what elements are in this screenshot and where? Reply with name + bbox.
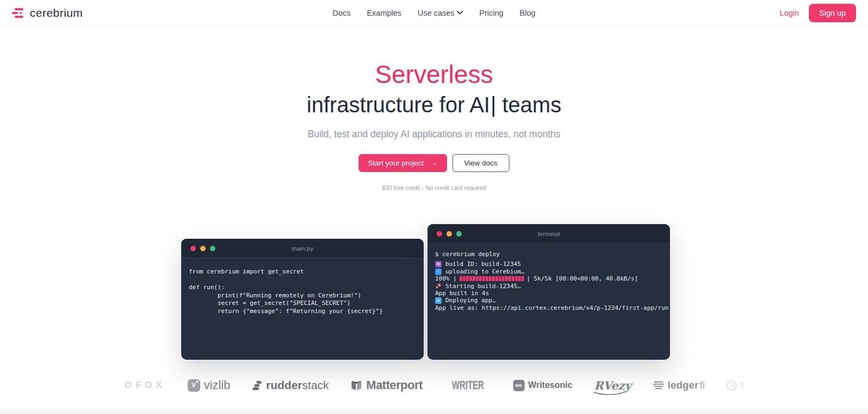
code-line: def run(): bbox=[189, 284, 416, 292]
terminal-text: Starting build-12345… bbox=[445, 283, 521, 290]
next-section-edge bbox=[0, 411, 868, 414]
editor-window-title: main.py bbox=[181, 245, 424, 252]
hero-title-line2: infrastructure for AI| teams bbox=[307, 93, 561, 117]
terminal-line: Starting build-12345… bbox=[435, 283, 662, 290]
id-icon: ID bbox=[435, 261, 442, 267]
login-link[interactable]: Login bbox=[780, 9, 799, 17]
fox-logo: OFOX bbox=[124, 380, 165, 391]
close-dot-icon bbox=[190, 246, 196, 251]
terminal-text: build ID: build-12345 bbox=[445, 260, 521, 267]
code-line: from cerebrium import get_secret bbox=[189, 268, 416, 276]
maximize-dot-icon bbox=[210, 246, 215, 251]
chevron-down-icon bbox=[457, 11, 463, 15]
rocket-icon bbox=[435, 283, 442, 289]
terminal-window-title: terminal bbox=[427, 231, 670, 237]
rvezy-swash bbox=[593, 391, 627, 395]
hero-subtitle: Build, test and deploy AI applications i… bbox=[308, 129, 560, 140]
ledgerfi-logo: ledgerfi bbox=[653, 379, 705, 391]
window-traffic-lights bbox=[437, 231, 462, 237]
nav-examples[interactable]: Examples bbox=[367, 9, 401, 17]
typing-cursor: | bbox=[490, 93, 496, 117]
deploy-icon: » bbox=[435, 297, 442, 304]
terminal-output: $ cerebrium deployIDbuild ID: build-1234… bbox=[427, 244, 670, 319]
terminal-window: terminal $ cerebrium deployIDbuild ID: b… bbox=[427, 224, 670, 360]
terminal-text: | 5k/5k [00:00<00:00, 40.8kB/s] bbox=[527, 275, 638, 282]
view-docs-button[interactable]: View docs bbox=[452, 154, 509, 172]
writesonic-logo: ws Writesonic bbox=[513, 380, 573, 391]
rudderstack-icon bbox=[252, 380, 263, 391]
hero-section: Serverless infrastructure for AI| teams … bbox=[0, 26, 868, 224]
terminal-text: Deploying app… bbox=[445, 297, 496, 304]
upload-icon: ↑ bbox=[435, 269, 442, 275]
hero-title-line2-text: infrastructure for AI bbox=[307, 93, 490, 117]
rudderstack-logo: rudderstack bbox=[252, 379, 329, 392]
brand-name: cerebrium bbox=[30, 7, 83, 20]
start-project-button[interactable]: Start your project→ bbox=[359, 154, 446, 172]
hero-title-line2-post: teams bbox=[496, 93, 561, 117]
terminal-text: uploading to Cerebium… bbox=[445, 268, 525, 275]
ledgerfi-icon bbox=[653, 380, 664, 390]
button-circle-icon bbox=[726, 380, 737, 391]
main-nav: Docs Examples Use cases Pricing Blog bbox=[333, 9, 535, 17]
terminal-line: $ cerebrium deploy bbox=[435, 251, 662, 258]
terminal-text: $ cerebrium deploy bbox=[435, 251, 500, 258]
terminal-line: ↑uploading to Cerebium… bbox=[435, 268, 662, 275]
minimize-dot-icon bbox=[446, 231, 452, 237]
nav-pricing[interactable]: Pricing bbox=[480, 9, 503, 17]
editor-code: from cerebrium import get_secretdef run(… bbox=[181, 258, 424, 326]
vizlib-logo: V✦ vizlib bbox=[188, 378, 231, 392]
arrow-right-icon: → bbox=[430, 159, 438, 167]
close-dot-icon bbox=[437, 231, 442, 237]
terminal-line: App live as: https://api.cortex.cerebriu… bbox=[435, 304, 662, 311]
maximize-dot-icon bbox=[456, 231, 462, 237]
window-traffic-lights bbox=[190, 246, 215, 251]
code-line: secret = get_secret("SPECIAL_SECRET") bbox=[189, 300, 416, 308]
free-credit-note: $30 free credit - No credit card require… bbox=[382, 184, 486, 191]
customer-logo-band: OFOX V✦ vizlib rudderstack Matterport WR… bbox=[0, 360, 868, 411]
matterport-icon bbox=[350, 379, 362, 391]
terminal-text: App live as: https://api.cortex.cerebriu… bbox=[435, 304, 668, 311]
editor-window: main.py from cerebrium import get_secret… bbox=[181, 239, 424, 360]
nav-use-cases[interactable]: Use cases bbox=[418, 9, 463, 17]
terminal-line: App built in 4s bbox=[435, 290, 662, 297]
terminal-text: 100% | bbox=[435, 275, 457, 282]
hero-title-line1: Serverless bbox=[375, 61, 493, 88]
code-line: return {"message": f"Returning your {sec… bbox=[189, 308, 416, 316]
nav-blog[interactable]: Blog bbox=[520, 9, 535, 17]
code-line bbox=[189, 276, 416, 284]
button-t-logo: t bbox=[726, 380, 743, 391]
editor-titlebar: main.py bbox=[181, 239, 424, 258]
code-line: print(f"Running remotely on Cerebrium!") bbox=[189, 292, 416, 300]
signup-button[interactable]: Sign up bbox=[809, 4, 856, 22]
terminal-line: »Deploying app… bbox=[435, 297, 662, 304]
terminal-text: App built in 4s bbox=[435, 290, 489, 297]
writer-logo: WRITER bbox=[444, 378, 492, 392]
upload-progress-bar bbox=[459, 276, 524, 281]
writesonic-icon: ws bbox=[513, 380, 525, 391]
minimize-dot-icon bbox=[200, 246, 206, 251]
cerebrium-logo-icon bbox=[12, 8, 25, 18]
terminal-line: 100% || 5k/5k [00:00<00:00, 40.8kB/s] bbox=[435, 275, 662, 282]
vizlib-icon: V✦ bbox=[188, 379, 200, 392]
nav-docs[interactable]: Docs bbox=[333, 9, 350, 17]
matterport-logo: Matterport bbox=[350, 378, 423, 392]
terminal-line: IDbuild ID: build-12345 bbox=[435, 260, 662, 267]
brand-logo[interactable]: cerebrium bbox=[12, 7, 83, 20]
rvezy-logo: RVezy bbox=[594, 379, 631, 392]
code-windows-area: main.py from cerebrium import get_secret… bbox=[0, 224, 868, 360]
terminal-titlebar: terminal bbox=[427, 224, 670, 244]
top-navbar: cerebrium Docs Examples Use cases Pricin… bbox=[0, 0, 868, 26]
